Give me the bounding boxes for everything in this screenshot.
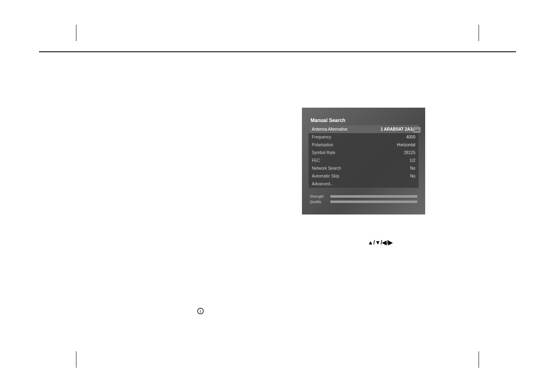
signal-bar xyxy=(330,201,417,203)
row-value: 28125 xyxy=(404,150,415,155)
manual-search-screenshot: Manual Search Antenna Alternative 1 ARAB… xyxy=(302,108,425,214)
setting-row: Advanced... xyxy=(309,180,419,188)
row-value: Horizontal xyxy=(397,143,415,147)
setting-row: Automatic Skip No xyxy=(309,172,419,180)
row-label: FEC xyxy=(312,158,320,163)
info-icon: i xyxy=(197,308,205,315)
row-value: No xyxy=(410,174,415,178)
setting-row: Symbol Rate 28125 xyxy=(309,149,419,157)
screenshot-title: Manual Search xyxy=(308,116,419,125)
setting-row: Antenna Alternative 1 ARABSAT 2A3A xyxy=(309,125,419,133)
row-value: No xyxy=(410,166,415,171)
row-label: Polarisation xyxy=(312,143,333,147)
setting-row: Network Search No xyxy=(309,164,419,172)
setting-row: Frequency 4000 xyxy=(309,133,419,141)
row-value: 1 ARABSAT 2A3A xyxy=(381,127,415,131)
signal-quality-row: Quality xyxy=(310,200,417,204)
left-right-arrow-icon: ◂ ▸ xyxy=(413,127,421,133)
row-label: Frequency xyxy=(312,135,331,139)
row-label: Advanced... xyxy=(312,182,334,186)
row-label: Network Search xyxy=(312,166,341,171)
signal-label: Strength xyxy=(310,194,327,198)
signal-bar xyxy=(330,195,417,198)
row-value: 1/2 xyxy=(410,158,415,163)
row-value: 4000 xyxy=(406,135,415,139)
settings-panel: Antenna Alternative 1 ARABSAT 2A3A Frequ… xyxy=(308,125,419,188)
setting-row: Polarisation Horizontal xyxy=(309,141,419,149)
row-label: Automatic Skip xyxy=(312,174,339,178)
signal-strength-row: Strength xyxy=(310,194,417,198)
setting-row: FEC 1/2 xyxy=(309,157,419,164)
signal-section: Strength Quality xyxy=(308,194,419,204)
row-label: Symbol Rate xyxy=(312,150,335,155)
row-label: Antenna Alternative xyxy=(312,127,348,131)
signal-label: Quality xyxy=(310,200,327,204)
horizontal-rule xyxy=(39,51,516,52)
nav-arrows-icon: ▲/▼/◀/▶ xyxy=(368,239,393,246)
